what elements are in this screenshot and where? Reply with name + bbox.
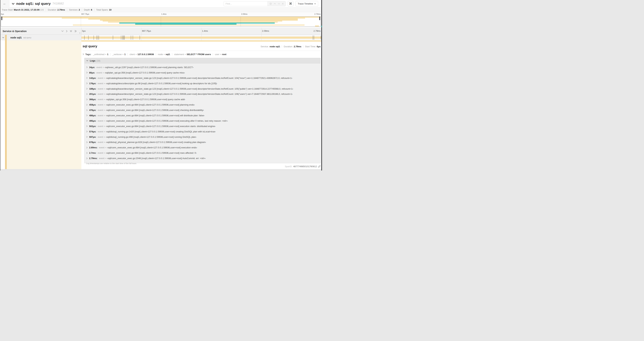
minimap-left-scrub-handle[interactable]: [2, 17, 2, 20]
trace-meta-value: 2: [78, 9, 80, 11]
log-entry-row[interactable]: 495μs:event=‹sql/conn_executor_exec.go:6…: [86, 118, 320, 124]
column-resizer-handle[interactable]: [80, 32, 80, 34]
log-expand-chevron-icon[interactable]: [86, 109, 88, 111]
expand-all-icon[interactable]: [74, 30, 77, 33]
log-expand-chevron-icon[interactable]: [86, 147, 88, 149]
log-entry-row[interactable]: 80μs:event=‹sql/plan_opt.go:358 [nsql1,c…: [86, 70, 320, 75]
next-match-icon[interactable]: [278, 3, 280, 5]
service-operation-label: Service & Operation: [2, 30, 61, 33]
minimap-gridline: [161, 17, 161, 27]
log-expand-chevron-icon[interactable]: [86, 93, 88, 95]
log-expand-chevron-icon[interactable]: [86, 152, 88, 154]
log-expand-chevron-icon[interactable]: [86, 98, 88, 101]
span-operation-name: sql query: [23, 37, 31, 39]
tag-equals: =: [122, 53, 124, 56]
page-title: node sql1: sql query: [16, 2, 50, 6]
span-id-label: SpanID:: [285, 165, 292, 168]
match-target-icon[interactable]: [269, 3, 272, 5]
ruler-time-label: 2.09ms: [262, 30, 269, 32]
log-entry-row[interactable]: 176μs:event=‹sql/catalog/descs/descripto…: [86, 81, 320, 86]
log-field-key: event: [98, 77, 103, 79]
log-field-value: ‹sql/conn_executor_exec.go:2046 [nsql1,c…: [107, 157, 206, 160]
collapse-trace-chevron-icon[interactable]: [12, 3, 14, 5]
trace-meta-label: Depth: [84, 9, 90, 11]
log-expand-chevron-icon[interactable]: [86, 82, 88, 84]
log-marker-tick: [140, 36, 140, 40]
trace-meta-item: Depth6: [80, 9, 92, 11]
log-equals: =: [104, 125, 105, 128]
log-equals: =: [103, 66, 104, 69]
detail-header: sql query Service:node sql1Duration:2.79…: [82, 42, 320, 48]
log-expand-chevron-icon[interactable]: [86, 104, 88, 106]
find-input[interactable]: [224, 2, 268, 6]
log-entry-row[interactable]: 597μs:event=‹sql/distsql_running.go:498 …: [86, 134, 320, 140]
log-entry-row[interactable]: 678μs:event=‹sql/distsql_physical_planne…: [86, 140, 320, 145]
tag-key: user: [215, 53, 219, 56]
logs-note: Log timestamps are relative to the start…: [86, 162, 320, 164]
log-expand-chevron-icon[interactable]: [86, 125, 88, 127]
tag-item: user=root: [211, 53, 226, 56]
log-expand-chevron-icon[interactable]: [86, 72, 88, 74]
title-wrap: node sql1: sql query 7418682: [12, 2, 224, 6]
log-entry-row[interactable]: 459μs:event=‹sql/conn_executor_exec.go:6…: [86, 102, 320, 107]
span-collapse-chevron-icon[interactable]: [2, 37, 4, 38]
log-expand-chevron-icon[interactable]: [86, 141, 88, 143]
clear-search-icon[interactable]: [282, 3, 284, 5]
log-entry-row[interactable]: 366μs:event=‹sql/plan_opt.go:358 [nsql1,…: [86, 97, 320, 102]
log-field-value: ‹sql/conn_executor_exec.go:684 [nsql1,cl…: [106, 109, 204, 111]
span-bar-cell[interactable]: [81, 35, 321, 40]
log-entry-row[interactable]: 189μs:event=‹sql/catalog/lease/descripto…: [86, 86, 320, 92]
log-field-key: event: [96, 71, 102, 74]
collapse-all-icon[interactable]: [70, 30, 72, 32]
view-selector-button[interactable]: Trace Timeline: [296, 1, 318, 7]
log-marker-tick: [88, 36, 88, 40]
collapse-one-icon[interactable]: [61, 30, 64, 32]
log-field-value: ‹sql/exec_util.go:2297 [nsql1,client=127…: [104, 66, 193, 69]
deep-link-icon[interactable]: [318, 165, 320, 168]
log-timestamp: 142μs:: [89, 77, 96, 79]
log-expand-chevron-icon[interactable]: [86, 157, 88, 159]
log-entry-row[interactable]: 502μs:event=‹sql/conn_executor_exec.go:6…: [86, 124, 320, 129]
log-equals: =: [104, 114, 105, 117]
minimap-canvas[interactable]: [1, 17, 320, 27]
log-expand-chevron-icon[interactable]: [86, 88, 88, 90]
log-timestamp: 201μs:: [89, 93, 96, 95]
log-entry-row[interactable]: 2.69ms:event=‹sql/conn_executor_exec.go:…: [86, 145, 320, 150]
back-button[interactable]: ←: [0, 0, 9, 7]
log-equals: =: [104, 77, 105, 79]
span-name-cell[interactable]: node sql1 sql query: [0, 35, 81, 40]
detail-meta-item: Duration:2.79ms: [280, 45, 302, 48]
log-equals: =: [104, 82, 105, 85]
log-entry-row[interactable]: 486μs:event=‹sql/conn_executor_exec.go:6…: [86, 113, 320, 118]
log-expand-chevron-icon[interactable]: [86, 66, 88, 68]
minimap-right-scrub-handle[interactable]: [319, 17, 320, 20]
logs-header[interactable]: Logs (18): [84, 58, 320, 63]
log-expand-chevron-icon[interactable]: [86, 131, 88, 133]
log-entry-row[interactable]: 2.79ms:event=‹sql/conn_executor_exec.go:…: [86, 156, 320, 161]
log-entry-row[interactable]: 2.7ms:event=‹sql/conn_executor_exec.go:6…: [86, 150, 320, 156]
tags-expand-chevron-icon[interactable]: [82, 53, 84, 55]
keyboard-shortcuts-button[interactable]: ⌘: [288, 1, 294, 7]
log-expand-chevron-icon[interactable]: [86, 136, 88, 138]
logs-collapse-chevron-icon[interactable]: [86, 60, 88, 61]
log-entry-row[interactable]: 142μs:event=‹sql/catalog/lease/descripto…: [86, 75, 320, 81]
log-expand-chevron-icon[interactable]: [86, 114, 88, 116]
log-expand-chevron-icon[interactable]: [86, 77, 88, 79]
log-entry-row[interactable]: 574μs:event=‹sql/distsql_running.go:1420…: [86, 129, 320, 134]
detail-operation-title: sql query: [82, 44, 97, 48]
log-entry-row[interactable]: 476μs:event=‹sql/conn_executor_exec.go:6…: [86, 107, 320, 113]
log-entry-row[interactable]: 201μs:event=‹sql/catalog/lease/descripto…: [86, 91, 320, 97]
span-color-accent: [5, 35, 7, 40]
log-entry-row[interactable]: 34μs:event=‹sql/exec_util.go:2297 [nsql1…: [86, 65, 320, 70]
header-actions: ⌘ Trace Timeline: [224, 1, 318, 7]
trace-meta-item: Trace StartMarch 31 2022, 17:25:09.326: [2, 9, 44, 11]
logs-rows: 34μs:event=‹sql/exec_util.go:2297 [nsql1…: [86, 65, 320, 161]
prev-match-icon[interactable]: [274, 3, 276, 5]
log-equals: =: [104, 136, 105, 138]
span-row[interactable]: node sql1 sql query: [0, 35, 321, 40]
tag-value: 127.0.0.1:59936: [138, 53, 154, 56]
tags-row[interactable]: Tags: _unfinished=1_verbose=1client=127.…: [82, 53, 320, 56]
expand-one-icon[interactable]: [66, 30, 68, 33]
tag-item: node=sql1: [154, 53, 170, 56]
log-expand-chevron-icon[interactable]: [86, 120, 88, 122]
